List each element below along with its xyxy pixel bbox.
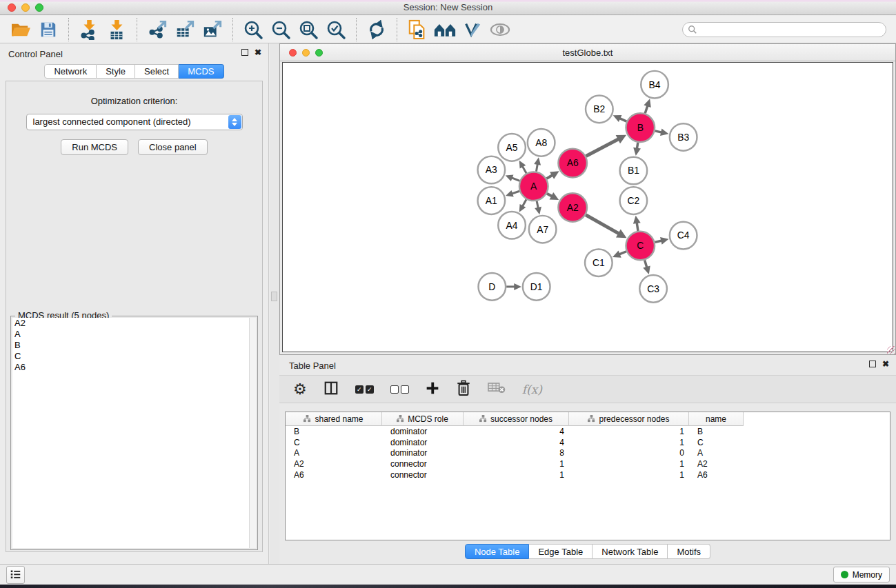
table-tab-edge-table[interactable]: Edge Table <box>529 544 593 559</box>
graph-node-A8[interactable]: A8 <box>528 129 555 156</box>
tab-network[interactable]: Network <box>44 64 97 79</box>
graph-node-C2[interactable]: C2 <box>620 187 648 214</box>
search-input[interactable] <box>682 22 886 37</box>
export-table-button[interactable] <box>171 17 199 42</box>
splitter-handle[interactable] <box>271 292 277 301</box>
close-panel-button[interactable]: Close panel <box>138 139 208 155</box>
graph-node-B4[interactable]: B4 <box>641 71 668 99</box>
memory-button[interactable]: Memory <box>833 567 890 582</box>
graph-node-B[interactable]: B <box>626 113 655 142</box>
graph-edge-A-A6[interactable] <box>546 171 559 179</box>
graph-edge-C-C3[interactable] <box>643 260 650 274</box>
table-row[interactable]: Cdominator41C <box>286 437 890 448</box>
graph-node-D1[interactable]: D1 <box>523 273 550 301</box>
float-table-panel-icon[interactable] <box>869 361 876 367</box>
table-row[interactable]: A2connector11A2 <box>286 458 890 469</box>
tab-mcds[interactable]: MCDS <box>179 64 223 79</box>
mcds-result-item[interactable]: C <box>12 351 249 362</box>
graph-edge-B-B1[interactable] <box>633 143 641 156</box>
graph-edge-D-D1[interactable] <box>506 283 521 290</box>
graph-edge-C-C1[interactable] <box>613 251 626 258</box>
panel-splitter[interactable] <box>270 43 279 564</box>
network-close-button[interactable] <box>289 49 297 57</box>
graph-node-A2[interactable]: A2 <box>558 193 587 222</box>
table-tab-motifs[interactable]: Motifs <box>668 544 710 559</box>
graph-edge-A-A1[interactable] <box>506 190 519 196</box>
graph-node-A1[interactable]: A1 <box>478 187 506 214</box>
graph-node-A[interactable]: A <box>519 172 548 201</box>
graph-edge-A-A7[interactable] <box>535 201 541 215</box>
minimize-window-button[interactable] <box>21 3 30 12</box>
close-window-button[interactable] <box>8 3 16 12</box>
graph-edge-A-A4[interactable] <box>519 199 526 212</box>
graph-node-A7[interactable]: A7 <box>529 216 557 243</box>
graph-node-C4[interactable]: C4 <box>670 222 697 250</box>
criterion-select[interactable]: largest connected component (directed) <box>26 114 243 130</box>
select-all-columns-button[interactable]: ✓ ✓ <box>355 385 374 394</box>
refresh-button[interactable] <box>363 17 390 42</box>
graph-node-C[interactable]: C <box>626 232 655 261</box>
column-header-mcds-role[interactable]: MCDS role <box>382 412 464 426</box>
graph-edge-A-A2[interactable] <box>547 192 559 200</box>
import-network-button[interactable] <box>75 17 103 42</box>
column-header-name[interactable]: name <box>689 412 744 426</box>
show-columns-button[interactable] <box>323 381 339 398</box>
window-resize-grip[interactable] <box>887 346 895 354</box>
zoom-in-button[interactable] <box>239 17 267 42</box>
column-header-successor-nodes[interactable]: successor nodes <box>464 412 569 426</box>
open-session-button[interactable] <box>7 17 34 42</box>
float-panel-icon[interactable] <box>241 49 248 56</box>
graph-node-A3[interactable]: A3 <box>478 156 506 184</box>
graph-edge-A2-C[interactable] <box>586 215 626 239</box>
graph-node-A5[interactable]: A5 <box>498 134 526 161</box>
add-column-button[interactable] <box>426 381 439 398</box>
column-header-shared-name[interactable]: shared name <box>286 412 382 426</box>
save-session-button[interactable] <box>34 17 62 42</box>
home-button[interactable] <box>431 17 459 42</box>
graph-edge-A-A5[interactable] <box>519 161 526 173</box>
mcds-result-item[interactable]: A <box>12 329 249 340</box>
export-image-button[interactable] <box>199 17 226 42</box>
network-minimize-button[interactable] <box>302 49 310 57</box>
graph-edge-B-B3[interactable] <box>655 128 669 136</box>
graph-node-B2[interactable]: B2 <box>586 96 613 123</box>
deselect-all-columns-button[interactable] <box>390 385 409 394</box>
graph-edge-A6-B[interactable] <box>586 135 627 156</box>
tab-style[interactable]: Style <box>97 64 135 79</box>
zoom-out-button[interactable] <box>267 17 295 42</box>
graph-node-D[interactable]: D <box>479 273 506 301</box>
table-tab-node-table[interactable]: Node Table <box>465 544 530 559</box>
graph-node-B1[interactable]: B1 <box>620 157 648 185</box>
tab-select[interactable]: Select <box>135 64 179 79</box>
graph-edge-A-A3[interactable] <box>506 175 520 181</box>
import-table-button[interactable] <box>103 17 130 42</box>
graph-edge-A-A8[interactable] <box>534 157 541 171</box>
column-header-predecessor-nodes[interactable]: predecessor nodes <box>569 412 689 426</box>
network-zoom-button[interactable] <box>315 49 323 57</box>
close-panel-icon[interactable]: ✖ <box>255 49 261 56</box>
delete-table-button[interactable] <box>488 381 506 397</box>
graph-node-C3[interactable]: C3 <box>639 275 667 303</box>
mcds-result-item[interactable]: A6 <box>12 362 249 373</box>
table-row[interactable]: A6connector11A6 <box>286 469 890 480</box>
run-mcds-button[interactable]: Run MCDS <box>61 139 128 155</box>
zoom-selected-button[interactable] <box>322 17 350 42</box>
table-settings-gear-icon[interactable]: ⚙ <box>293 382 307 397</box>
graph-node-B3[interactable]: B3 <box>670 123 697 151</box>
clone-network-button[interactable] <box>404 17 431 42</box>
table-row[interactable]: Adominator80A <box>286 448 890 459</box>
graph-node-A4[interactable]: A4 <box>498 212 526 239</box>
table-row[interactable]: Bdominator41B <box>286 426 890 437</box>
result-list-scrollbar[interactable] <box>249 318 256 548</box>
function-builder-button[interactable]: f(x) <box>522 383 542 396</box>
graph-node-A6[interactable]: A6 <box>558 149 587 178</box>
delete-column-button[interactable] <box>456 380 471 399</box>
network-canvas[interactable]: AA1A2A3A4A5A6A7A8BB1B2B3B4CC1C2C3C4DD1 <box>282 62 893 352</box>
task-history-button[interactable] <box>6 566 25 584</box>
graph-edge-C-C4[interactable] <box>655 237 668 245</box>
mcds-result-item[interactable]: B <box>12 340 249 351</box>
zoom-window-button[interactable] <box>35 3 43 12</box>
export-network-button[interactable] <box>143 17 171 42</box>
style-pen-button[interactable] <box>459 17 486 42</box>
graph-edge-B-B4[interactable] <box>644 99 650 113</box>
